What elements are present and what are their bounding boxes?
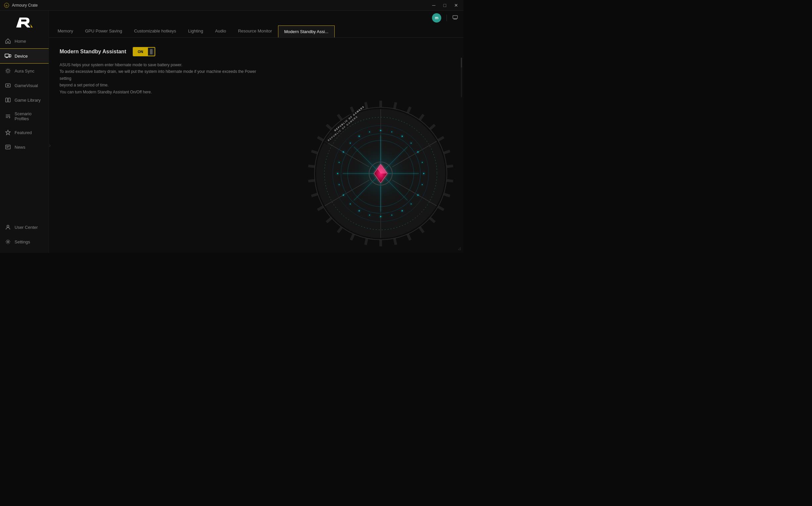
svg-rect-8 bbox=[6, 145, 10, 149]
user-avatar[interactable]: m bbox=[432, 13, 441, 22]
svg-line-49 bbox=[325, 180, 369, 206]
svg-rect-39 bbox=[337, 114, 342, 121]
svg-rect-13 bbox=[393, 102, 397, 109]
modern-standby-section: Modern Standby Assistant ON ASUS helps y… bbox=[60, 47, 258, 95]
svg-point-53 bbox=[347, 141, 414, 206]
svg-point-72 bbox=[339, 184, 340, 185]
desc-line-2: To avoid excessive battery drain, we wil… bbox=[60, 68, 258, 82]
svg-point-86 bbox=[369, 162, 392, 185]
svg-point-62 bbox=[422, 184, 423, 185]
sidebar-item-device[interactable]: Device bbox=[0, 48, 49, 64]
resize-handle-icon[interactable]: ⊿ bbox=[458, 246, 462, 251]
svg-rect-6 bbox=[6, 98, 8, 102]
minimize-button[interactable]: ─ bbox=[431, 2, 437, 9]
svg-point-67 bbox=[380, 216, 381, 217]
news-icon bbox=[5, 144, 11, 150]
toggle-button[interactable]: ON bbox=[133, 47, 155, 56]
svg-rect-30 bbox=[337, 226, 342, 233]
sidebar-label-game-library: Game Library bbox=[15, 98, 41, 103]
svg-point-10 bbox=[7, 241, 9, 243]
header-device-icon[interactable] bbox=[452, 14, 458, 21]
sidebar-item-gamevisual[interactable]: GameVisual bbox=[0, 78, 49, 93]
sidebar-item-aura-sync[interactable]: Aura Sync bbox=[0, 64, 49, 78]
sidebar-label-user-center: User Center bbox=[15, 225, 38, 230]
svg-rect-89 bbox=[323, 118, 354, 145]
tabs-bar: Memory GPU Power Saving Customizable hot… bbox=[49, 25, 464, 38]
svg-rect-23 bbox=[429, 217, 436, 223]
sidebar-item-settings[interactable]: Settings bbox=[0, 235, 49, 249]
sidebar-label-device: Device bbox=[15, 54, 28, 59]
scrollbar-thumb[interactable] bbox=[461, 58, 462, 68]
svg-rect-12 bbox=[379, 101, 382, 107]
section-title-text: Modern Standby Assistant bbox=[60, 49, 126, 55]
svg-rect-34 bbox=[308, 179, 315, 182]
svg-point-73 bbox=[337, 173, 338, 174]
svg-point-76 bbox=[349, 142, 351, 144]
outer-ring: REPUBLIC OF GAMERS REPUBLIC OF GAMERS bbox=[308, 101, 453, 246]
svg-rect-37 bbox=[317, 136, 324, 142]
svg-rect-21 bbox=[443, 193, 450, 197]
tab-modern-standby[interactable]: Modern Standby Assi... bbox=[278, 25, 335, 38]
svg-rect-14 bbox=[406, 106, 411, 113]
tab-audio[interactable]: Audio bbox=[209, 25, 232, 37]
sidebar-label-home: Home bbox=[15, 39, 26, 44]
sidebar-item-home[interactable]: Home bbox=[0, 34, 49, 48]
svg-rect-26 bbox=[393, 238, 397, 245]
toggle-on-label: ON bbox=[133, 48, 147, 56]
svg-rect-7 bbox=[8, 98, 10, 102]
svg-point-77 bbox=[358, 136, 360, 137]
svg-text:REPUBLIC OF GAMERS: REPUBLIC OF GAMERS bbox=[334, 105, 365, 132]
scrollbar-track bbox=[461, 58, 462, 97]
svg-point-55 bbox=[380, 130, 381, 131]
svg-point-70 bbox=[349, 203, 351, 205]
svg-point-58 bbox=[410, 142, 412, 144]
sidebar-nav: Home Device bbox=[0, 34, 49, 220]
svg-rect-24 bbox=[418, 226, 424, 233]
tab-gpu-power[interactable]: GPU Power Saving bbox=[79, 25, 128, 37]
svg-rect-32 bbox=[317, 205, 324, 211]
tab-lighting[interactable]: Lighting bbox=[182, 25, 209, 37]
tab-resource-monitor[interactable]: Resource Monitor bbox=[232, 25, 278, 37]
rog-logo-icon bbox=[15, 15, 34, 30]
svg-point-57 bbox=[401, 136, 403, 137]
svg-point-65 bbox=[401, 210, 403, 212]
tab-memory[interactable]: Memory bbox=[52, 25, 79, 37]
device-icon bbox=[5, 53, 11, 59]
sidebar-label-news: News bbox=[15, 145, 25, 150]
svg-marker-85 bbox=[377, 164, 387, 174]
sidebar-item-user-center[interactable]: User Center bbox=[0, 220, 49, 235]
toggle-indicator bbox=[147, 48, 155, 56]
svg-rect-19 bbox=[446, 165, 453, 168]
sidebar-label-featured: Featured bbox=[15, 130, 32, 135]
svg-point-68 bbox=[369, 215, 371, 216]
sidebar-label-settings: Settings bbox=[15, 239, 30, 244]
desc-line-4: You can turn Modern Standby Assistant On… bbox=[60, 89, 258, 95]
svg-marker-84 bbox=[374, 164, 387, 183]
desc-line-3: beyond a set period of time. bbox=[60, 82, 258, 88]
sidebar-label-aura: Aura Sync bbox=[15, 69, 34, 74]
svg-rect-18 bbox=[443, 150, 450, 154]
svg-rect-20 bbox=[446, 179, 453, 182]
tab-hotkeys[interactable]: Customizable hotkeys bbox=[128, 25, 182, 37]
svg-rect-36 bbox=[311, 150, 318, 154]
page-content: Modern Standby Assistant ON ASUS helps y… bbox=[49, 38, 464, 253]
svg-point-71 bbox=[342, 194, 344, 196]
sidebar-item-game-library[interactable]: Game Library bbox=[0, 93, 49, 107]
maximize-button[interactable]: □ bbox=[442, 2, 447, 9]
sidebar-item-scenario[interactable]: Scenario Profiles bbox=[0, 107, 49, 125]
svg-rect-11 bbox=[453, 16, 458, 18]
svg-rect-35 bbox=[308, 165, 315, 168]
close-button[interactable]: ✕ bbox=[453, 2, 460, 9]
sidebar-item-featured[interactable]: Featured bbox=[0, 125, 49, 140]
home-icon bbox=[5, 38, 11, 45]
library-icon bbox=[5, 97, 11, 103]
header: m bbox=[49, 11, 464, 25]
svg-rect-3 bbox=[9, 55, 11, 57]
svg-rect-25 bbox=[406, 234, 411, 241]
svg-point-43 bbox=[316, 109, 445, 238]
left-expand-handle[interactable]: › bbox=[49, 142, 50, 148]
scenario-icon bbox=[5, 113, 11, 119]
sidebar-item-news[interactable]: News bbox=[0, 140, 49, 154]
gamevisual-icon bbox=[5, 82, 11, 89]
sidebar-label-scenario: Scenario Profiles bbox=[15, 111, 44, 121]
